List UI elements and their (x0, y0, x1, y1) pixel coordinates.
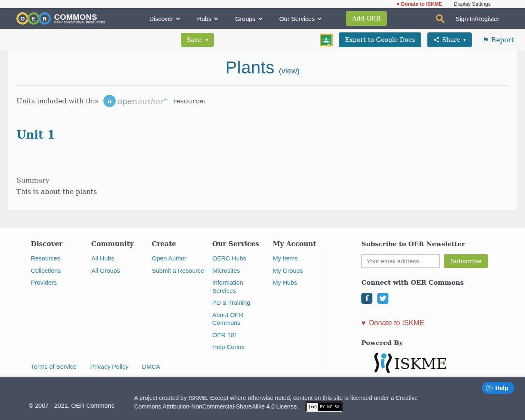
nav-item-discover[interactable]: Discover (149, 15, 179, 22)
sign-in-register-link[interactable]: Sign In/Register (456, 15, 500, 22)
footer-link[interactable]: OER 101 (212, 331, 266, 339)
open-author-logo: a openauthor+ (103, 95, 168, 107)
cc-license-badge[interactable]: (cc) BY-NC-SA (306, 402, 342, 412)
footer-link[interactable]: All Hubs (91, 254, 145, 262)
question-icon: ? (486, 385, 493, 391)
logo-text: COMMONS OPEN EDUCATIONAL RESOURCES (54, 14, 105, 24)
title-row: Plants (view) (8, 58, 517, 78)
chevron-down-icon (258, 16, 262, 20)
units-prefix: Units included with this (16, 97, 98, 105)
logo-ring-o: O (16, 12, 29, 25)
open-author-open: open (117, 96, 137, 105)
footer-link[interactable]: Help Center (212, 343, 266, 351)
email-input[interactable] (361, 254, 440, 268)
summary-label: Summary (16, 176, 49, 184)
nav-item-hubs[interactable]: Hubs (197, 15, 217, 22)
footer-link[interactable]: PD & Training (212, 299, 266, 307)
footer-link[interactable]: Providers (31, 278, 84, 287)
facebook-icon[interactable]: f (361, 293, 372, 304)
open-author-icon: a (103, 95, 116, 107)
footer-link[interactable]: Resources (31, 254, 84, 262)
footer-col-our-services: Our Services OERC Hubs Microsites Inform… (212, 240, 273, 355)
report-link[interactable]: ⚑Report (483, 36, 514, 44)
open-author-plus: + (163, 96, 168, 103)
resource-toolbar: Save▾ Export to Google Docs Share▾ ⚑Repo… (0, 29, 525, 50)
footer-col-discover: Discover Resources Collections Providers (31, 240, 91, 355)
nav-item-groups[interactable]: Groups (235, 15, 261, 22)
page-title: Plants (226, 58, 275, 77)
nav-items: Discover Hubs Groups Our Services (149, 15, 320, 22)
donate-label: Donate to ISKME (401, 1, 443, 7)
footer-link[interactable]: All Groups (91, 267, 145, 275)
terms-link[interactable]: Terms of Service (31, 363, 77, 370)
footer-link[interactable]: Information Services (212, 278, 266, 294)
logo-ring-e: E (27, 12, 40, 25)
summary-text: This is about the plants (16, 188, 97, 196)
footer-link[interactable]: My Items (273, 254, 326, 262)
privacy-link[interactable]: Privacy Policy (90, 363, 128, 370)
share-button[interactable]: Share▾ (427, 32, 472, 47)
unit-heading[interactable]: Unit 1 (16, 128, 55, 141)
heart-icon: ♥ (361, 319, 365, 327)
footer-link[interactable]: OERC Hubs (212, 254, 266, 262)
resource-card: Plants (view) Units included with this a… (8, 50, 517, 210)
utility-bar: ♥ Donate to ISKME Display Settings (0, 0, 525, 8)
powered-by-label: Powered By (361, 339, 514, 347)
search-icon[interactable] (435, 14, 445, 23)
caret-down-icon: ▾ (206, 37, 208, 43)
logo-subtitle: OPEN EDUCATIONAL RESOURCES (54, 21, 105, 24)
nav-item-our-services[interactable]: Our Services (279, 15, 321, 22)
save-button[interactable]: Save▾ (181, 33, 214, 47)
footer-link[interactable]: Open Author (152, 254, 205, 262)
footer-link[interactable]: Collections (31, 267, 84, 275)
logo-title: COMMONS (54, 14, 105, 21)
site-footer: Discover Resources Collections Providers… (0, 228, 525, 377)
subscribe-button[interactable]: Subscribe (444, 254, 488, 268)
svg-text:ISKME: ISKME (394, 355, 447, 372)
main-nav: O E R COMMONS OPEN EDUCATIONAL RESOURCES… (0, 8, 525, 29)
connect-title: Connect with OER Commons (361, 278, 514, 286)
dmca-link[interactable]: DMCA (142, 363, 160, 370)
divider (16, 156, 509, 156)
flag-icon: ⚑ (483, 36, 488, 44)
footer-right-column: Subscribe to OER Newsletter Subscribe Co… (361, 240, 514, 376)
divider (16, 85, 509, 86)
export-google-docs-button[interactable]: Export to Google Docs (339, 32, 421, 47)
units-suffix: resource: (173, 97, 205, 105)
units-included-row: Units included with this a openauthor+ r… (16, 95, 205, 107)
legal-links: Terms of Service Privacy Policy DMCA (31, 363, 160, 370)
footer-link[interactable]: My Groups (273, 267, 326, 275)
view-link[interactable]: (view) (279, 66, 300, 75)
toolbar-right-group: Export to Google Docs Share▾ ⚑Report (320, 32, 514, 47)
iskme-logo[interactable]: ISKME (370, 352, 514, 376)
license-text-block: A project created by ISKME. Except where… (134, 394, 434, 412)
display-settings-link[interactable]: Display Settings (454, 1, 491, 7)
bottom-bar: © 2007 - 2021, OER Commons A project cre… (0, 377, 525, 420)
chevron-down-icon (317, 16, 322, 20)
footer-link[interactable]: Submit a Resource (152, 267, 205, 275)
newsletter-form: Subscribe (361, 254, 514, 268)
help-button[interactable]: ? Help (482, 382, 514, 394)
footer-columns: Discover Resources Collections Providers… (31, 240, 333, 355)
footer-divider (327, 241, 327, 369)
chevron-down-icon (176, 16, 180, 20)
footer-link[interactable]: About OER Commons (212, 311, 266, 327)
open-author-author: author (137, 96, 163, 105)
oer-logo-rings: O E R (16, 12, 51, 25)
google-classroom-icon[interactable] (320, 34, 333, 46)
footer-link[interactable]: My Hubs (273, 278, 326, 287)
footer-col-create: Create Open Author Submit a Resource (152, 240, 212, 355)
oer-commons-logo[interactable]: O E R COMMONS OPEN EDUCATIONAL RESOURCES (16, 12, 105, 25)
newsletter-title: Subscribe to OER Newsletter (361, 240, 514, 248)
footer-col-community: Community All Hubs All Groups (91, 240, 152, 355)
donate-iskme-link[interactable]: ♥Donate to ISKME (361, 319, 514, 327)
caret-down-icon: ▾ (463, 37, 466, 43)
footer-link[interactable]: Microsites (212, 267, 266, 275)
donate-link-top[interactable]: ♥ Donate to ISKME (397, 1, 443, 7)
share-icon (434, 37, 439, 43)
logo-ring-r: R (39, 12, 51, 25)
twitter-icon[interactable] (377, 293, 388, 304)
social-icons: f (361, 293, 514, 304)
add-oer-button[interactable]: Add OER (346, 11, 386, 26)
copyright-text: © 2007 - 2021, OER Commons (29, 402, 114, 409)
